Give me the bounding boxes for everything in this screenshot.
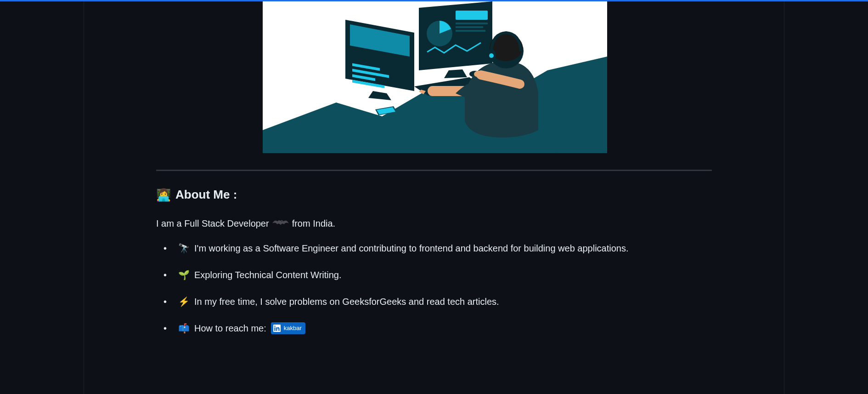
bullet-text: In my free time, I solve problems on Gee…: [194, 295, 499, 308]
svg-rect-9: [456, 11, 488, 20]
zap-emoji-icon: ⚡: [178, 295, 190, 308]
linkedin-icon: [271, 322, 283, 334]
hero-developer-illustration: [263, 1, 607, 153]
svg-point-21: [489, 53, 494, 58]
about-me-heading: 👩‍💻 About Me :: [156, 186, 712, 204]
bullet-text: Exploring Technical Content Writing.: [194, 268, 342, 282]
hero-image-container: [156, 1, 712, 153]
telescope-emoji-icon: 🔭: [178, 241, 190, 255]
mailbox-emoji-icon: 📫: [178, 321, 190, 335]
list-item: 🌱 Exploring Technical Content Writing.: [171, 268, 712, 282]
section-divider: [156, 170, 712, 171]
svg-rect-11: [456, 26, 483, 28]
svg-point-22: [474, 71, 483, 77]
linkedin-badge-text: kakbar: [283, 324, 305, 333]
about-bullets-list: 🔭 I'm working as a Software Engineer and…: [156, 241, 712, 335]
svg-point-23: [281, 221, 282, 222]
list-item: 🔭 I'm working as a Software Engineer and…: [171, 241, 712, 255]
svg-rect-12: [456, 30, 485, 32]
bat-icon: [272, 218, 289, 229]
svg-rect-10: [456, 23, 488, 24]
reach-label: How to reach me:: [194, 321, 266, 335]
seedling-emoji-icon: 🌱: [178, 268, 190, 282]
intro-line: I am a Full Stack Developer from India.: [156, 217, 712, 230]
list-item: ⚡ In my free time, I solve problems on G…: [171, 295, 712, 308]
list-item: 📫 How to reach me: kakbar: [171, 321, 712, 335]
technologist-emoji-icon: 👩‍💻: [156, 189, 171, 201]
linkedin-badge-link[interactable]: kakbar: [271, 322, 305, 334]
intro-suffix: from India.: [292, 217, 335, 230]
about-me-heading-text: About Me :: [175, 186, 237, 204]
bullet-text: I'm working as a Software Engineer and c…: [194, 241, 629, 255]
intro-prefix: I am a Full Stack Developer: [156, 217, 269, 230]
